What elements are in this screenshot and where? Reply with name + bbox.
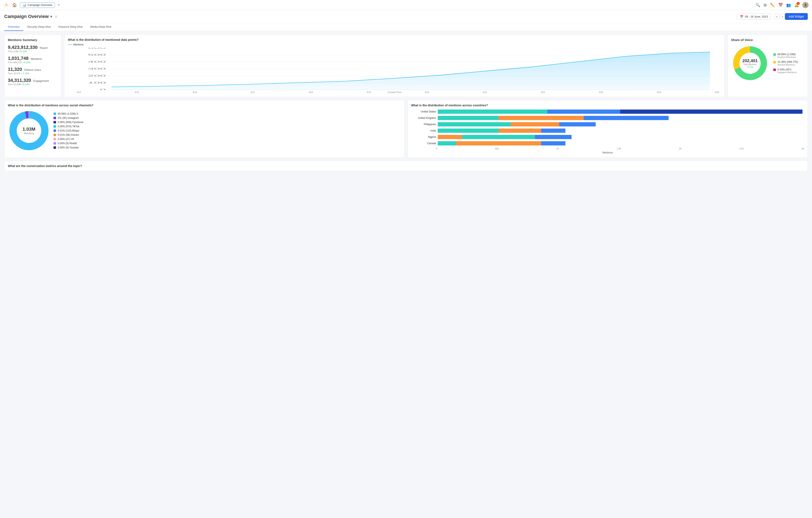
metric-value: 11,320 Distinct Users [8, 66, 58, 72]
line-chart-svg: 0 100 200 300 400 500 600 [68, 48, 721, 90]
metric-change: +3.23% [22, 83, 30, 86]
social-donut-center: 1.03M Mentions [22, 126, 35, 135]
row-1: Mentions Summary 9,423,912,330 Reach Pre… [4, 34, 808, 97]
social-legend-label: 0.00% (9) Youtube [58, 146, 79, 149]
date-range-picker[interactable]: 📅 09 - 16 June, 2023 [737, 13, 771, 20]
metric-label: Mentions [31, 57, 42, 60]
tab-bar: Overview Security Deep-Dive Keyword Deep… [0, 23, 812, 31]
bar-row: India [413, 128, 803, 133]
metric-value: 9,423,912,330 Reach [8, 45, 58, 50]
sov-legend: 68.69% (1.03M) Positive Mentions 31.28% … [773, 53, 798, 74]
active-tab[interactable]: 📊 Campaign Overview [20, 2, 55, 8]
date-prev-button[interactable]: ‹ [774, 14, 779, 19]
metrics-container: 9,423,912,330 Reach Prev 8,9M +5.23% 1,0… [8, 45, 58, 86]
top-nav: 🏠 📊 Campaign Overview + 🔍 ⊞ ✏️ 📅 👥 🔔 1 👤 [0, 0, 812, 10]
sov-center-label: Total Mentions [743, 63, 758, 65]
tab-keyword[interactable]: Keyword Deep Dive [55, 23, 86, 31]
search-icon[interactable]: 🔍 [756, 3, 760, 7]
bar-segment [462, 135, 535, 139]
calendar-icon[interactable]: 📅 [778, 3, 783, 7]
svg-text:500: 500 [88, 54, 106, 56]
tab-overview[interactable]: Overview [4, 23, 23, 31]
social-legend-item: 0.05% (570) TikTok [54, 125, 83, 128]
social-legend-item: 5% (3K) Instagram [54, 116, 83, 119]
add-tab-button[interactable]: + [57, 2, 61, 8]
metric-item: 1,031,748 Mentions Prev 988,22K +4.22% [8, 56, 58, 64]
favorite-star-icon[interactable]: ☆ [55, 15, 58, 19]
metric-change: +7.13% [21, 72, 29, 75]
row-2: What is the distribution of mentions acr… [4, 100, 808, 158]
svg-text:100: 100 [88, 82, 106, 84]
social-legend-label: 0.01% (116) Blogs/ [58, 129, 79, 132]
social-dot [54, 130, 56, 132]
metric-change: +5.23% [19, 50, 27, 53]
sov-item-label: Neutral Mentions [778, 63, 798, 66]
social-legend-label: 99.58% (1.02M) X [58, 112, 78, 115]
bar-segment [584, 116, 669, 120]
svg-point-0 [4, 2, 9, 8]
notification-badge: 1 [797, 2, 800, 5]
social-dot [54, 125, 56, 128]
home-icon[interactable]: 🏠 [11, 2, 18, 8]
share-of-voice-card: Share of Voice [727, 34, 808, 97]
chart-legend: Mentions [68, 43, 721, 46]
metric-item: 11,320 Distinct Users Prev 10,57K +7.13% [8, 66, 58, 75]
sov-item-label: Negative Mentions [778, 71, 797, 74]
logo-icon[interactable] [3, 2, 9, 8]
people-icon[interactable]: 👥 [786, 3, 791, 7]
date-next-button[interactable]: › [780, 14, 785, 19]
notifications[interactable]: 🔔 1 [794, 3, 799, 7]
avatar[interactable]: 👤 [802, 2, 809, 8]
bar-label: United Kingdom [413, 116, 436, 119]
social-legend-label: 0.01% (58) Articles [58, 134, 79, 136]
x-axis-tick: 1.5K [617, 148, 621, 150]
social-channels-card: What is the distribution of mentions acr… [4, 100, 405, 158]
metric-sub: Prev 988,22K +4.22% [8, 61, 58, 64]
x-axis-tick: 500 [495, 148, 499, 150]
bar-segment [499, 128, 541, 133]
bar-segment [438, 110, 547, 114]
social-legend-item: 0.06% (606) Facebook [54, 121, 83, 124]
grid-icon[interactable]: ⊞ [763, 3, 767, 7]
bar-segment [438, 116, 499, 120]
bar-stack [438, 110, 803, 114]
bar-segment [620, 110, 803, 114]
social-dot [54, 121, 56, 123]
metric-item: 34,311,320 Engagement Prev 33,20M +3.23% [8, 78, 58, 86]
x-axis-tick: 2.5K [740, 148, 744, 150]
sov-body: 202,401 Total Mentions +3.1% 68.69% (1.0… [731, 44, 804, 82]
metric-value: 1,031,748 Mentions [8, 56, 58, 61]
bar-stack [438, 128, 803, 133]
social-legend-label: 5% (3K) Instagram [58, 116, 79, 119]
bar-segment [559, 122, 596, 126]
sov-legend-item: 0.03% (457) Negative Mentions [773, 68, 798, 74]
tab-media[interactable]: Media Deep Dive [86, 23, 115, 31]
add-widget-button[interactable]: Add Widget [785, 13, 808, 20]
metric-value: 34,311,320 Engagement [8, 78, 58, 83]
tab-security[interactable]: Security Deep-Dive [23, 23, 55, 31]
page-title-text: Campaign Overview [4, 14, 49, 19]
tab-icon: 📊 [23, 3, 26, 7]
title-chevron-icon[interactable]: ▾ [50, 15, 52, 19]
bar-segment [541, 128, 566, 133]
bar-stack [438, 135, 803, 139]
date-range-text: 09 - 16 June, 2023 [745, 15, 768, 18]
metric-item: 9,423,912,330 Reach Prev 8,9M +5.23% [8, 45, 58, 53]
x-axis-tick: 1K [556, 148, 559, 150]
page-title: Campaign Overview ▾ ☆ [4, 14, 58, 19]
active-tab-label: Campaign Overview [28, 3, 52, 6]
bar-segment [541, 141, 566, 145]
svg-text:600: 600 [88, 48, 106, 49]
metric-label: Engagement [33, 79, 49, 83]
date-calendar-icon: 📅 [740, 15, 743, 18]
countries-title: What is the distribution of mentions acr… [411, 104, 804, 107]
bar-segment [499, 116, 584, 120]
sov-center-change: +3.1% [743, 65, 758, 68]
sov-donut: 202,401 Total Mentions +3.1% [731, 44, 769, 82]
metric-sub: Prev 33,20M +3.23% [8, 83, 58, 86]
bar-row: United Kingdom [413, 116, 803, 120]
bar-x-axis: 05001K1.5K2K2.5K3K [411, 148, 804, 150]
svg-text:0: 0 [100, 89, 106, 90]
bar-segment [547, 110, 620, 114]
edit-icon[interactable]: ✏️ [770, 3, 775, 7]
